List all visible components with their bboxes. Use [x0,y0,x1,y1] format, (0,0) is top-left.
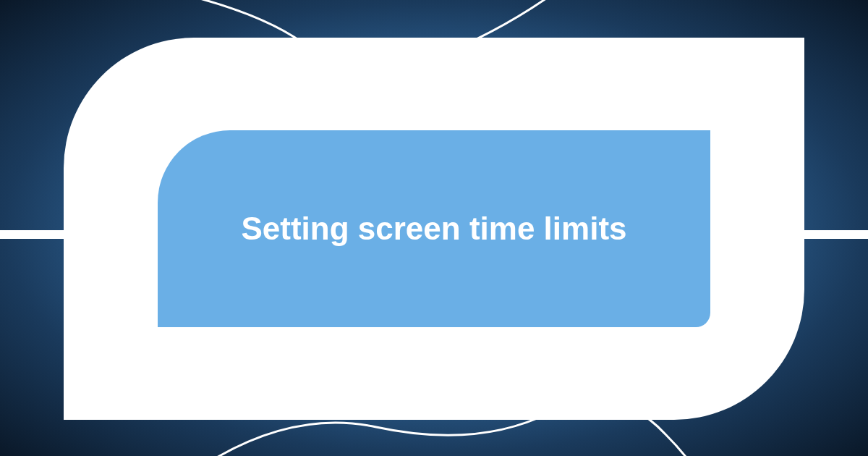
card-title: Setting screen time limits [241,208,626,249]
inner-card: Setting screen time limits [158,130,710,327]
